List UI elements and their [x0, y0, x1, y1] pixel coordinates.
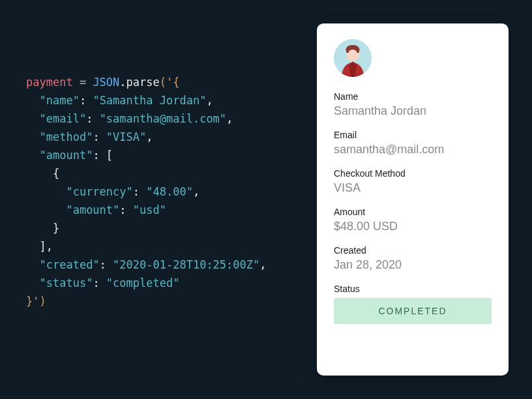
- value-created: Jan 28, 2020: [334, 258, 492, 272]
- field-created: Created Jan 28, 2020: [334, 245, 492, 272]
- value-email: samantha@mail.com: [334, 143, 492, 156]
- code-parse-fn: parse: [126, 76, 160, 89]
- avatar: [334, 39, 372, 77]
- field-email: Email samantha@mail.com: [334, 130, 492, 156]
- label-created: Created: [334, 245, 492, 256]
- status-badge: COMPLETED: [334, 298, 492, 324]
- label-email: Email: [334, 130, 492, 140]
- field-method: Checkout Method VISA: [334, 168, 492, 195]
- field-amount: Amount $48.00 USD: [334, 207, 492, 233]
- code-variable: payment: [26, 76, 73, 89]
- payment-card: Name Samantha Jordan Email samantha@mail…: [317, 23, 509, 376]
- value-name: Samantha Jordan: [334, 104, 492, 118]
- code-json-class: JSON: [93, 76, 119, 89]
- label-method: Checkout Method: [334, 168, 492, 179]
- code-snippet: payment = JSON.parse('{ "name": "Samanth…: [26, 73, 267, 310]
- label-amount: Amount: [334, 207, 492, 217]
- field-name: Name Samantha Jordan: [334, 91, 492, 118]
- value-amount: $48.00 USD: [334, 220, 492, 233]
- code-close-paren: }'): [26, 295, 46, 308]
- label-status: Status: [334, 284, 492, 294]
- field-status: Status COMPLETED: [334, 284, 492, 324]
- code-open-paren: ('{: [160, 76, 180, 89]
- value-method: VISA: [334, 181, 492, 195]
- label-name: Name: [334, 91, 492, 102]
